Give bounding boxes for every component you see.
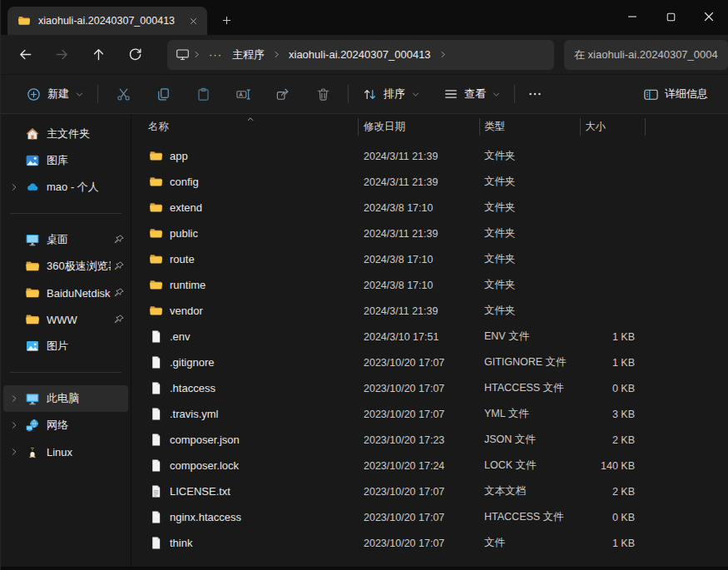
new-plus-icon <box>26 87 42 102</box>
file-type: GITIGNORE 文件 <box>479 355 580 369</box>
forward-button[interactable] <box>46 41 77 69</box>
sidebar-item[interactable]: WWW <box>3 306 128 333</box>
folder-icon <box>149 304 163 318</box>
new-tab-button[interactable] <box>215 9 238 32</box>
expand-chevron[interactable] <box>3 420 24 430</box>
file-row[interactable]: LICENSE.txt2023/10/20 17:07文本文档2 KB <box>131 478 728 504</box>
file-row[interactable]: nginx.htaccess2023/10/20 17:07HTACCESS 文… <box>131 504 728 530</box>
paste-icon <box>196 87 211 102</box>
view-button[interactable]: 查看 <box>435 80 509 108</box>
explorer-tab[interactable]: xiaohuli-ai.20240307_000413 <box>7 7 207 35</box>
pc-icon <box>25 391 40 406</box>
file-row[interactable]: .gitignore2023/10/20 17:07GITIGNORE 文件1 … <box>131 349 728 375</box>
sort-button[interactable]: 排序 <box>354 80 428 108</box>
file-row[interactable]: runtime2024/3/8 17:10文件夹 <box>131 272 728 298</box>
maximize-icon <box>664 10 678 24</box>
sidebar-item-label: mao - 个人 <box>47 180 128 195</box>
maximize-button[interactable] <box>651 0 690 33</box>
file-type: 文件夹 <box>479 304 580 318</box>
sidebar-item[interactable]: 360极速浏览器下载 <box>3 253 128 280</box>
sidebar-item[interactable]: 图片 <box>3 333 128 359</box>
file-type: LOCK 文件 <box>479 458 580 473</box>
file-date: 2023/10/20 17:24 <box>358 460 479 472</box>
file-row[interactable]: composer.lock2023/10/20 17:24LOCK 文件140 … <box>131 453 728 478</box>
expand-chevron[interactable] <box>3 182 24 192</box>
tab-close-button[interactable] <box>184 12 202 30</box>
file-icon <box>149 330 163 344</box>
column-header-size[interactable]: 大小 <box>580 114 645 140</box>
file-icon <box>149 536 163 550</box>
back-button[interactable] <box>9 41 41 69</box>
sidebar-item[interactable]: 网络 <box>3 412 128 439</box>
minimize-button[interactable] <box>613 0 651 33</box>
sidebar-item-label: WWW <box>47 314 111 326</box>
file-row[interactable]: app2024/3/11 21:39文件夹 <box>131 143 728 169</box>
sidebar-item[interactable]: 主文件夹 <box>3 121 128 147</box>
file-row[interactable]: .htaccess2023/10/20 17:07HTACCESS 文件0 KB <box>131 375 728 401</box>
expand-chevron[interactable] <box>3 394 24 404</box>
back-icon <box>17 47 33 62</box>
file-lines-icon <box>149 484 163 498</box>
command-toolbar: 新建 排序 查看 详细信息 <box>1 75 728 114</box>
folder-icon <box>25 312 40 327</box>
delete-button[interactable] <box>303 80 343 108</box>
sidebar-item[interactable]: 图库 <box>3 147 128 174</box>
breadcrumb-chevron-icon <box>436 50 450 59</box>
file-row[interactable]: .env2024/3/10 17:51ENV 文件1 KB <box>131 324 728 349</box>
file-row[interactable]: config2024/3/11 21:39文件夹 <box>131 169 728 195</box>
file-row[interactable]: think2023/10/20 17:07文件1 KB <box>131 530 728 556</box>
toolbar-divider <box>97 85 98 103</box>
new-button[interactable]: 新建 <box>17 80 92 108</box>
chevron-right-icon <box>9 394 19 404</box>
view-icon <box>443 87 458 102</box>
breadcrumb-item[interactable]: 主程序 <box>227 45 270 65</box>
sidebar-item-label: 此电脑 <box>47 391 128 406</box>
file-date: 2023/10/20 17:07 <box>358 357 479 369</box>
file-row[interactable]: composer.json2023/10/20 17:23JSON 文件2 KB <box>131 427 728 453</box>
paste-button[interactable] <box>183 80 223 108</box>
chevron-right-icon <box>9 447 19 457</box>
minimize-icon <box>625 9 640 24</box>
file-icon <box>149 458 163 473</box>
file-row[interactable]: extend2024/3/8 17:10文件夹 <box>131 195 728 221</box>
gallery-icon <box>25 153 40 168</box>
breadcrumb-chevron-icon <box>270 50 284 59</box>
tab-title: xiaohuli-ai.20240307_000413 <box>38 15 184 27</box>
sidebar-item[interactable]: Linux <box>3 439 128 465</box>
sidebar-item[interactable]: 桌面 <box>3 226 128 253</box>
search-input[interactable] <box>564 40 728 70</box>
file-row[interactable]: route2024/3/8 17:10文件夹 <box>131 246 728 272</box>
share-button[interactable] <box>263 80 303 108</box>
expand-chevron[interactable] <box>3 447 24 457</box>
sort-label: 排序 <box>384 87 405 102</box>
cut-button[interactable] <box>103 80 143 108</box>
home-icon <box>25 126 40 141</box>
column-header-name[interactable]: 名称 <box>131 114 358 140</box>
sidebar-item[interactable]: 此电脑 <box>3 385 128 412</box>
copy-button[interactable] <box>143 80 183 108</box>
file-row[interactable]: .travis.yml2023/10/20 17:07YML 文件3 KB <box>131 401 728 427</box>
file-type: 文件夹 <box>479 252 580 266</box>
details-button[interactable]: 详细信息 <box>635 80 716 108</box>
navigation-bar: ··· 主程序 xiaohuli-ai.20240307_000413 <box>1 35 728 75</box>
more-button[interactable] <box>520 80 550 108</box>
sidebar-item[interactable]: mao - 个人 <box>3 174 128 201</box>
breadcrumb-ellipsis[interactable]: ··· <box>204 48 227 61</box>
file-row[interactable]: public2024/3/11 21:39文件夹 <box>131 221 728 246</box>
folder-icon <box>149 278 163 292</box>
address-bar[interactable]: ··· 主程序 xiaohuli-ai.20240307_000413 <box>167 40 554 70</box>
close-button[interactable] <box>690 0 728 33</box>
pictures-icon <box>25 339 40 354</box>
sidebar-item-label: 桌面 <box>47 232 111 247</box>
column-header-type[interactable]: 类型 <box>479 114 580 140</box>
cut-icon <box>116 87 131 102</box>
sidebar-item[interactable]: BaiduNetdiskDownload <box>3 280 128 306</box>
rename-button[interactable] <box>223 80 263 108</box>
refresh-button[interactable] <box>119 41 151 69</box>
file-row[interactable]: vendor2024/3/11 21:39文件夹 <box>131 298 728 324</box>
window-bottom-edge <box>1 567 728 570</box>
up-button[interactable] <box>82 41 114 69</box>
breadcrumb-item[interactable]: xiaohuli-ai.20240307_000413 <box>284 46 436 63</box>
column-header-date[interactable]: 修改日期 <box>358 114 479 140</box>
file-size: 2 KB <box>580 434 645 446</box>
